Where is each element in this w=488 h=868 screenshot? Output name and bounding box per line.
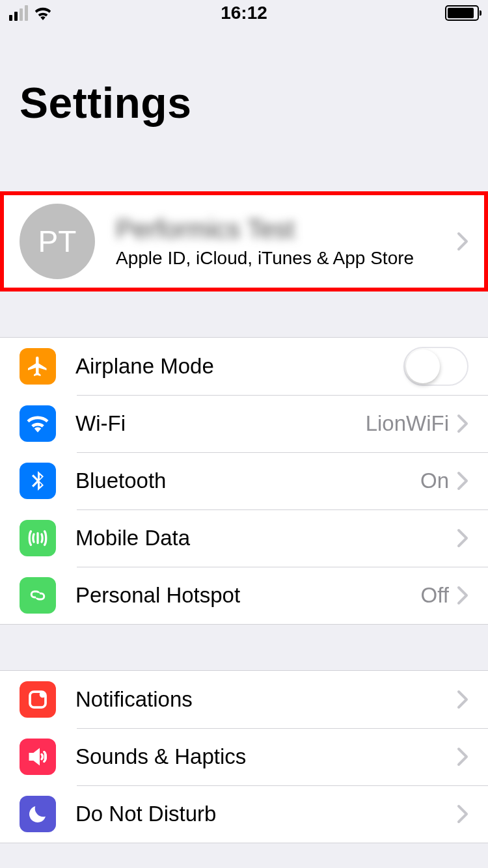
mobile-data-icon (20, 520, 56, 556)
chevron-right-icon (457, 747, 468, 766)
wifi-icon (33, 6, 53, 20)
avatar: PT (20, 204, 95, 279)
do-not-disturb-label: Do Not Disturb (75, 802, 457, 826)
do-not-disturb-row[interactable]: Do Not Disturb (0, 785, 488, 843)
chevron-right-icon (457, 690, 468, 709)
bluetooth-label: Bluetooth (75, 468, 420, 493)
sounds-icon (20, 739, 56, 775)
sounds-row[interactable]: Sounds & Haptics (0, 728, 488, 785)
bluetooth-icon (20, 463, 56, 499)
sounds-label: Sounds & Haptics (75, 744, 457, 769)
notifications-row[interactable]: Notifications (0, 671, 488, 728)
apple-id-row[interactable]: PT Performics Test Apple ID, iCloud, iTu… (0, 191, 488, 292)
airplane-icon (20, 348, 56, 385)
wifi-row[interactable]: Wi-Fi LionWiFi (0, 395, 488, 452)
chevron-right-icon (457, 414, 468, 433)
wifi-settings-icon (20, 405, 56, 442)
hotspot-icon (20, 577, 56, 614)
notifications-icon (20, 681, 56, 718)
airplane-mode-row[interactable]: Airplane Mode (0, 338, 488, 395)
airplane-mode-toggle[interactable] (403, 347, 468, 386)
cellular-signal-icon (9, 5, 28, 21)
mobile-data-label: Mobile Data (75, 526, 457, 550)
status-time: 16:12 (166, 3, 323, 23)
chevron-right-icon (457, 586, 468, 605)
airplane-mode-label: Airplane Mode (75, 354, 403, 379)
bluetooth-value: On (420, 468, 449, 493)
moon-icon (20, 796, 56, 832)
account-name: Performics Test (116, 215, 457, 244)
chevron-right-icon (457, 232, 468, 251)
svg-point-1 (40, 692, 46, 698)
page-title: Settings (0, 26, 488, 146)
bluetooth-row[interactable]: Bluetooth On (0, 452, 488, 509)
personal-hotspot-label: Personal Hotspot (75, 583, 421, 608)
chevron-right-icon (457, 471, 468, 491)
chevron-right-icon (457, 804, 468, 824)
chevron-right-icon (457, 528, 468, 548)
wifi-value: LionWiFi (366, 411, 449, 436)
personal-hotspot-row[interactable]: Personal Hotspot Off (0, 567, 488, 624)
notifications-label: Notifications (75, 687, 457, 712)
battery-icon (445, 5, 479, 21)
personal-hotspot-value: Off (421, 583, 449, 608)
account-subtitle: Apple ID, iCloud, iTunes & App Store (116, 248, 457, 269)
mobile-data-row[interactable]: Mobile Data (0, 509, 488, 567)
wifi-label: Wi-Fi (75, 411, 366, 436)
notifications-group: Notifications Sounds & Haptics Do Not Di… (0, 670, 488, 843)
connectivity-group: Airplane Mode Wi-Fi LionWiFi Bluetooth O… (0, 337, 488, 625)
status-bar: 16:12 (0, 0, 488, 26)
